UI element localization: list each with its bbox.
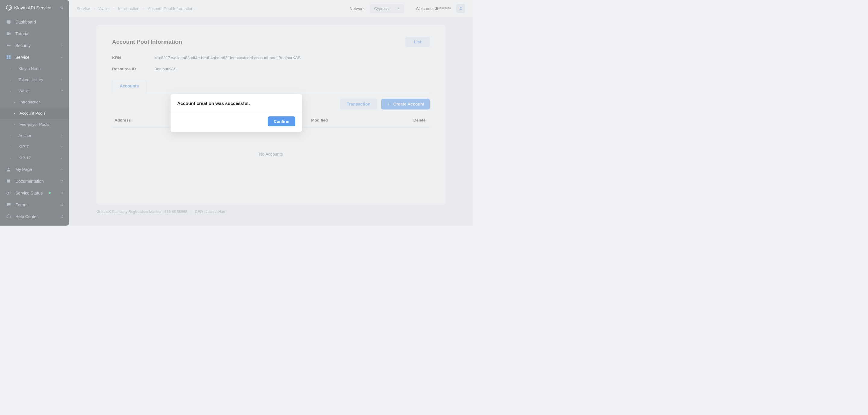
modal-message: Account creation was successful. (170, 94, 302, 112)
confirm-button[interactable]: Confirm (268, 116, 296, 126)
modal-overlay[interactable]: Account creation was successful. Confirm (0, 0, 472, 226)
success-modal: Account creation was successful. Confirm (170, 94, 302, 132)
